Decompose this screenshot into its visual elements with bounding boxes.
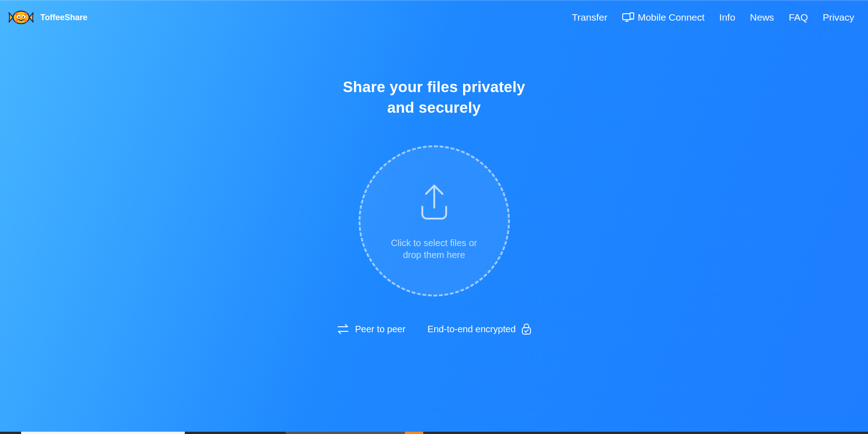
nav-mobile-connect-label: Mobile Connect: [638, 12, 705, 23]
svg-point-0: [13, 11, 29, 23]
nav-transfer[interactable]: Transfer: [572, 12, 607, 23]
bottom-bar: [0, 432, 868, 434]
feature-peer-to-peer: Peer to peer: [337, 323, 405, 335]
svg-point-3: [18, 16, 20, 18]
upload-icon: [413, 181, 455, 223]
nav-privacy[interactable]: Privacy: [823, 12, 854, 23]
hero-title: Share your files privately and securely: [0, 77, 868, 118]
nav-info[interactable]: Info: [719, 12, 735, 23]
feature-e2e-encrypted: End-to-end encrypted: [427, 323, 531, 335]
site-name: ToffeeShare: [40, 13, 88, 22]
svg-rect-14: [522, 328, 531, 334]
features-row: Peer to peer End-to-end encrypted: [0, 323, 868, 335]
header: ToffeeShare Transfer Mobile Connect Info…: [0, 0, 868, 27]
nav: Transfer Mobile Connect Info News FAQ Pr…: [572, 12, 854, 23]
brand[interactable]: ToffeeShare: [8, 8, 88, 27]
file-dropzone[interactable]: Click to select files or drop them here: [359, 145, 510, 297]
swap-arrows-icon: [337, 323, 349, 335]
nav-faq[interactable]: FAQ: [789, 12, 808, 23]
dropzone-wrap: Click to select files or drop them here: [0, 145, 868, 297]
svg-point-4: [22, 16, 24, 18]
devices-icon: [622, 12, 634, 22]
hero-line1: Share your files privately: [343, 78, 525, 95]
lock-icon: [521, 323, 531, 335]
candy-logo-icon: [8, 8, 34, 27]
hero: Share your files privately and securely: [0, 77, 868, 118]
hero-line2: and securely: [387, 99, 481, 116]
feature-e2e-encrypted-label: End-to-end encrypted: [427, 324, 515, 335]
nav-mobile-connect[interactable]: Mobile Connect: [622, 12, 705, 23]
top-border: [0, 0, 868, 1]
feature-peer-to-peer-label: Peer to peer: [355, 324, 405, 335]
nav-news[interactable]: News: [750, 12, 774, 23]
dropzone-text: Click to select files or drop them here: [388, 237, 480, 261]
